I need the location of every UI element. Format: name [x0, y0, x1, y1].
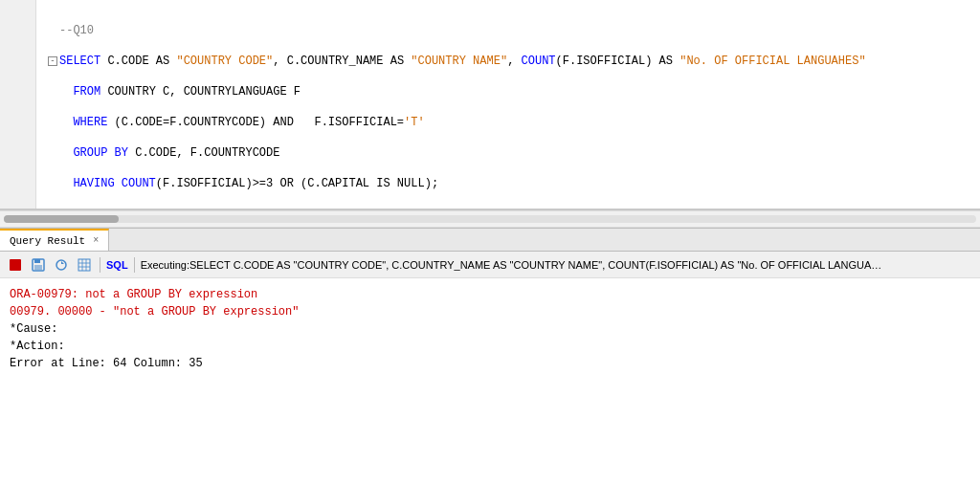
refresh-button[interactable] [52, 255, 71, 275]
error-line-1: ORA-00979: not a GROUP BY expression [10, 286, 970, 303]
code-content[interactable]: --Q10 -SELECT C.CODE AS "COUNTRY CODE", … [44, 4, 980, 210]
svg-rect-2 [34, 259, 40, 263]
tab-close-button[interactable]: × [93, 235, 99, 246]
error-line-3: *Cause: [10, 320, 970, 338]
code-line-1: --Q10 [48, 23, 976, 38]
error-line-5: Error at Line: 64 Column: 35 [10, 355, 970, 372]
error-line-4: *Action: [10, 338, 970, 355]
line-numbers [0, 0, 36, 209]
stop-button[interactable] [6, 255, 25, 275]
tab-label: Query Result [10, 235, 85, 247]
save-button[interactable] [29, 255, 48, 275]
scrollbar-thumb[interactable] [4, 215, 119, 223]
code-line-2: -SELECT C.CODE AS "COUNTRY CODE", C.COUN… [48, 54, 976, 69]
grid-icon [78, 258, 91, 272]
toolbar-divider-2 [134, 257, 135, 273]
toolbar-divider [100, 257, 100, 273]
svg-rect-5 [78, 259, 90, 271]
code-line-6: HAVING COUNT(F.ISOFFICIAL)>=3 OR (C.CAPI… [48, 176, 976, 191]
sql-label: SQL [106, 259, 128, 271]
error-line-2: 00979. 00000 - "not a GROUP BY expressio… [10, 303, 970, 320]
grid-button[interactable] [75, 255, 94, 275]
code-line-4: WHERE (C.CODE=F.COUNTRYCODE) AND F.ISOFF… [48, 115, 976, 130]
sql-editor[interactable]: --Q10 -SELECT C.CODE AS "COUNTRY CODE", … [0, 0, 980, 210]
save-icon [32, 258, 45, 272]
svg-rect-0 [10, 259, 21, 271]
svg-rect-3 [34, 265, 42, 270]
stop-icon [9, 258, 22, 272]
result-panel: Query Result × [0, 228, 980, 484]
refresh-icon [55, 258, 68, 272]
code-line-5: GROUP BY C.CODE, F.COUNTRYCODE [48, 145, 976, 161]
error-content: ORA-00979: not a GROUP BY expression 009… [0, 278, 980, 484]
horizontal-scrollbar[interactable] [0, 210, 980, 228]
code-line-3: FROM COUNTRY C, COUNTRYLANGUAGE F [48, 84, 976, 99]
scrollbar-track[interactable] [4, 215, 976, 223]
collapse-icon[interactable]: - [48, 56, 57, 66]
executing-text: Executing:SELECT C.CODE AS "COUNTRY CODE… [141, 259, 887, 271]
query-result-tab[interactable]: Query Result × [0, 229, 109, 251]
result-tabs: Query Result × [0, 229, 980, 252]
result-toolbar: SQL Executing:SELECT C.CODE AS "COUNTRY … [0, 252, 980, 278]
